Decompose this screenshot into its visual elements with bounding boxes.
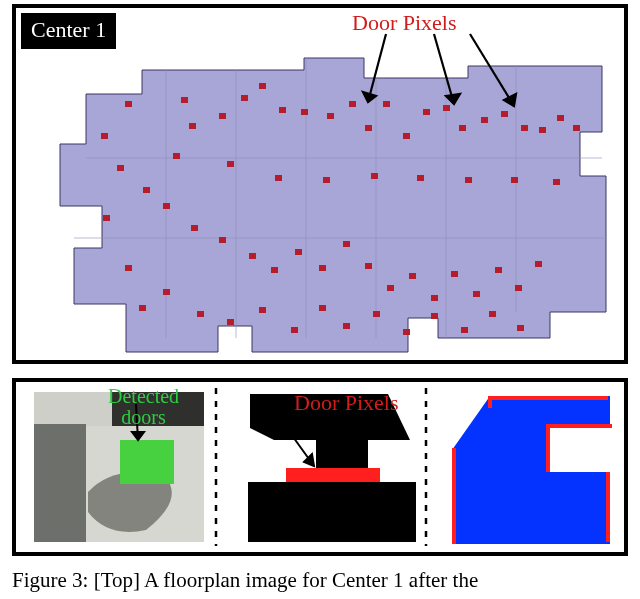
svg-rect-32: [143, 187, 150, 193]
svg-rect-71: [417, 175, 424, 181]
svg-rect-13: [241, 95, 248, 101]
svg-rect-22: [423, 109, 430, 115]
svg-rect-23: [443, 105, 450, 111]
svg-rect-57: [319, 305, 326, 311]
svg-rect-56: [291, 327, 298, 333]
svg-rect-64: [517, 325, 524, 331]
svg-rect-99: [452, 448, 456, 544]
svg-rect-59: [373, 311, 380, 317]
svg-rect-52: [163, 289, 170, 295]
svg-rect-51: [139, 305, 146, 311]
svg-rect-48: [515, 285, 522, 291]
svg-rect-34: [191, 225, 198, 231]
svg-rect-70: [371, 173, 378, 179]
svg-rect-66: [101, 133, 108, 139]
svg-rect-8: [125, 101, 132, 107]
svg-rect-50: [125, 265, 132, 271]
detected-door-overlay: [120, 440, 174, 484]
floorplan-svg: [16, 8, 624, 360]
svg-rect-96: [546, 424, 612, 428]
svg-rect-38: [295, 249, 302, 255]
svg-rect-10: [189, 123, 196, 129]
bottom-panel: Detected doors Door Pixels: [12, 378, 628, 556]
svg-rect-17: [327, 113, 334, 119]
svg-rect-47: [495, 267, 502, 273]
svg-rect-39: [319, 265, 326, 271]
svg-rect-74: [553, 179, 560, 185]
svg-rect-33: [163, 203, 170, 209]
svg-rect-45: [451, 271, 458, 277]
svg-rect-65: [103, 215, 110, 221]
svg-rect-43: [409, 273, 416, 279]
svg-rect-98: [606, 472, 610, 542]
svg-rect-100: [488, 396, 492, 408]
svg-rect-18: [349, 101, 356, 107]
svg-rect-9: [181, 97, 188, 103]
top-panel: Center 1: [12, 4, 628, 364]
svg-rect-67: [227, 161, 234, 167]
svg-rect-68: [275, 175, 282, 181]
svg-rect-37: [271, 267, 278, 273]
door-pixels-label-top: Door Pixels: [352, 10, 457, 36]
svg-rect-91: [248, 482, 416, 542]
svg-rect-97: [546, 426, 550, 472]
svg-rect-28: [539, 127, 546, 133]
svg-rect-25: [481, 117, 488, 123]
svg-rect-14: [259, 83, 266, 89]
right-tile: [436, 390, 616, 544]
svg-rect-49: [535, 261, 542, 267]
detected-doors-label: Detected doors: [108, 386, 179, 428]
svg-rect-11: [173, 153, 180, 159]
svg-rect-44: [431, 295, 438, 301]
svg-rect-58: [343, 323, 350, 329]
svg-rect-30: [573, 125, 580, 131]
door-pixels-label-bottom: Door Pixels: [294, 390, 399, 416]
svg-rect-27: [521, 125, 528, 131]
svg-rect-16: [301, 109, 308, 115]
svg-rect-72: [465, 177, 472, 183]
svg-rect-73: [511, 177, 518, 183]
svg-marker-85: [34, 424, 86, 542]
svg-rect-26: [501, 111, 508, 117]
svg-rect-20: [383, 101, 390, 107]
figure-wrap: Center 1: [0, 0, 640, 599]
svg-rect-15: [279, 107, 286, 113]
svg-rect-29: [557, 115, 564, 121]
svg-rect-21: [403, 133, 410, 139]
svg-rect-40: [343, 241, 350, 247]
svg-rect-46: [473, 291, 480, 297]
figure-caption: Figure 3: [Top] A floorplan image for Ce…: [12, 568, 628, 593]
svg-rect-12: [219, 113, 226, 119]
svg-rect-53: [197, 311, 204, 317]
svg-rect-69: [323, 177, 330, 183]
door-pixel-band: [286, 468, 380, 482]
svg-rect-61: [431, 313, 438, 319]
svg-rect-19: [365, 125, 372, 131]
svg-rect-41: [365, 263, 372, 269]
svg-rect-42: [387, 285, 394, 291]
svg-rect-95: [492, 396, 608, 400]
svg-rect-62: [461, 327, 468, 333]
svg-rect-24: [459, 125, 466, 131]
svg-rect-60: [403, 329, 410, 335]
svg-rect-63: [489, 311, 496, 317]
svg-rect-55: [259, 307, 266, 313]
svg-rect-31: [117, 165, 124, 171]
svg-rect-35: [219, 237, 226, 243]
svg-rect-36: [249, 253, 256, 259]
svg-rect-54: [227, 319, 234, 325]
